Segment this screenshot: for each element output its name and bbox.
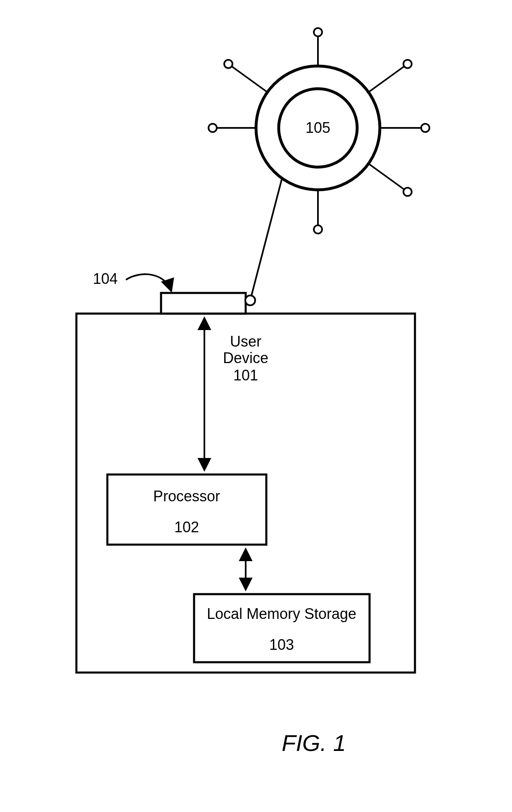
user-device-label-line1: User <box>230 333 261 350</box>
ref-104-label: 104 <box>93 270 118 287</box>
svg-line-12 <box>231 66 267 92</box>
figure-caption: FIG. 1 <box>282 730 346 756</box>
svg-point-3 <box>314 28 322 36</box>
ref-104-arrow <box>126 274 171 291</box>
svg-point-7 <box>421 124 429 132</box>
processor-label: Processor <box>153 488 220 505</box>
processor-num: 102 <box>174 519 199 536</box>
svg-point-17 <box>245 295 255 305</box>
memory-num: 103 <box>269 636 294 653</box>
svg-line-8 <box>369 164 405 190</box>
antenna-box <box>161 293 246 314</box>
network-hub-label: 105 <box>306 119 330 136</box>
svg-point-15 <box>209 124 217 132</box>
svg-line-4 <box>369 66 405 92</box>
svg-point-13 <box>224 60 232 68</box>
svg-line-16 <box>251 178 282 297</box>
network-hub: 105 <box>209 28 429 305</box>
diagram-svg: 104 105 User Device 101 <box>0 0 512 812</box>
user-device-num: 101 <box>233 367 258 384</box>
svg-point-11 <box>314 225 322 234</box>
svg-point-5 <box>403 60 412 68</box>
user-device-label-line2: Device <box>223 349 268 366</box>
memory-label: Local Memory Storage <box>207 605 356 622</box>
svg-point-9 <box>403 188 412 196</box>
